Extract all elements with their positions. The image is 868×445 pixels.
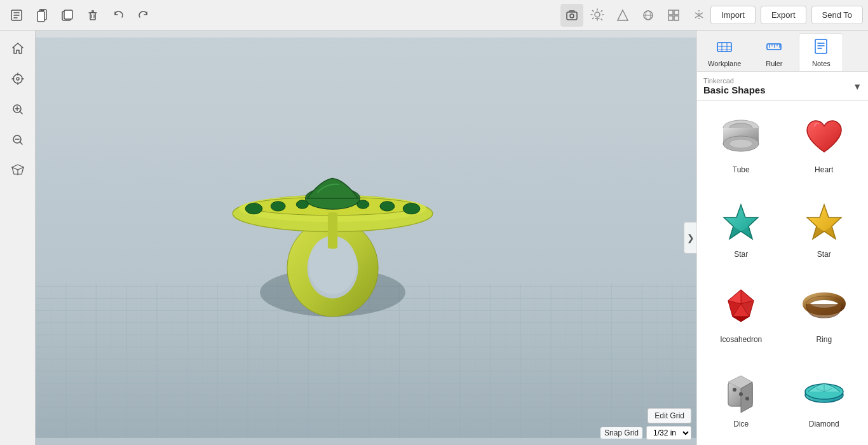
zoom-in-button[interactable] [5, 97, 31, 122]
svg-rect-2 [37, 11, 44, 22]
tab-workplane[interactable]: Workplane [700, 33, 749, 71]
svg-rect-96 [328, 212, 337, 249]
svg-rect-5 [90, 13, 95, 20]
shape-icosahedron[interactable]: Icosahedron [702, 276, 780, 355]
toolbar-left [5, 4, 560, 27]
right-panel: Workplane Ruler [696, 31, 868, 445]
svg-point-103 [357, 200, 369, 209]
clipboard-button[interactable] [31, 4, 53, 27]
shape-star-gold[interactable]: Star [785, 191, 864, 270]
shape-star-teal[interactable]: Star [702, 191, 780, 270]
star-gold-label: Star [817, 250, 831, 259]
solid-button[interactable] [637, 4, 660, 27]
svg-rect-12 [674, 10, 679, 15]
toolbar-center [560, 4, 710, 27]
perspective-button[interactable] [5, 158, 31, 183]
svg-point-101 [403, 203, 420, 214]
shape-button[interactable] [611, 4, 634, 27]
import-button[interactable]: Import [710, 6, 756, 24]
svg-rect-109 [767, 44, 781, 50]
star-teal-label: Star [734, 250, 748, 259]
icosahedron-label: Icosahedron [720, 335, 762, 344]
zoom-out-button[interactable] [5, 127, 31, 153]
svg-rect-11 [668, 10, 673, 15]
redo-button[interactable] [132, 4, 155, 27]
heart-label: Heart [815, 165, 833, 174]
svg-rect-6 [567, 12, 577, 20]
right-panel-tabs: Workplane Ruler [697, 31, 868, 72]
svg-point-7 [570, 14, 574, 18]
shape-grid: Tube Heart [697, 101, 868, 445]
svg-point-143 [733, 388, 736, 392]
camera-view-button[interactable] [560, 4, 583, 27]
svg-rect-4 [64, 10, 72, 19]
svg-point-8 [595, 12, 600, 17]
undo-button[interactable] [107, 4, 130, 27]
svg-point-15 [13, 74, 22, 83]
svg-point-102 [296, 200, 308, 209]
shape-heart[interactable]: Heart [785, 106, 864, 186]
viewport[interactable]: LEFT FRONT [36, 31, 696, 445]
svg-point-145 [745, 397, 749, 400]
delete-button[interactable] [81, 4, 104, 27]
home-view-button[interactable] [5, 36, 31, 61]
icosahedron-icon [715, 282, 766, 332]
tab-notes[interactable]: Notes [799, 33, 843, 71]
shape-dice[interactable]: Dice [702, 360, 780, 440]
library-name: Basic Shapes [703, 85, 853, 95]
tube-icon [715, 112, 766, 163]
svg-rect-14 [674, 16, 679, 20]
bottom-controls: Edit Grid Snap Grid 1/32 in 1/16 in 1/8 … [600, 408, 691, 440]
svg-point-16 [17, 78, 19, 80]
svg-point-99 [271, 202, 285, 211]
svg-point-144 [739, 392, 743, 396]
svg-marker-127 [807, 205, 841, 239]
mirror-button[interactable] [688, 4, 710, 27]
svg-rect-104 [717, 43, 731, 51]
snap-grid-row: Snap Grid 1/32 in 1/16 in 1/8 in 1/4 in … [600, 426, 691, 440]
snap-grid-select[interactable]: 1/32 in 1/16 in 1/8 in 1/4 in 1 in [646, 426, 691, 440]
dice-icon [715, 366, 766, 417]
new-design-button[interactable] [5, 4, 28, 27]
duplicate-button[interactable] [56, 4, 79, 27]
notes-tab-label: Notes [812, 60, 831, 67]
ruler-tab-label: Ruler [766, 60, 782, 67]
ring-icon [799, 282, 850, 332]
ruler-tab-icon [765, 38, 783, 58]
svg-marker-137 [733, 317, 749, 322]
svg-rect-115 [815, 39, 827, 53]
edit-grid-button[interactable]: Edit Grid [648, 408, 691, 423]
grid-button[interactable] [662, 4, 685, 27]
main-area: LEFT FRONT [0, 31, 868, 445]
library-category: Tinkercad [703, 77, 853, 85]
select-button[interactable] [5, 66, 31, 92]
library-dropdown-button[interactable]: ▼ [853, 81, 862, 92]
svg-point-100 [380, 202, 395, 211]
notes-tab-icon [812, 38, 830, 58]
diamond-icon [799, 366, 850, 417]
toolbar-right: Import Export Send To [710, 6, 863, 24]
top-toolbar: Import Export Send To [0, 0, 868, 31]
shape-diamond[interactable]: Diamond [785, 360, 864, 440]
svg-marker-124 [724, 205, 758, 239]
export-button[interactable]: Export [761, 6, 806, 24]
light-button[interactable] [586, 4, 609, 27]
collapse-panel-button[interactable]: ❯ [684, 222, 696, 254]
shape-library-header: Tinkercad Basic Shapes ▼ [697, 72, 868, 101]
workplane-tab-icon [715, 38, 733, 58]
shape-ring[interactable]: Ring [785, 276, 864, 355]
tab-ruler[interactable]: Ruler [752, 33, 796, 71]
svg-point-123 [729, 139, 752, 148]
ring-label: Ring [816, 335, 832, 344]
left-panel [0, 31, 36, 445]
shape-tube[interactable]: Tube [702, 106, 780, 186]
svg-point-98 [245, 203, 262, 214]
workplane-tab-label: Workplane [708, 60, 741, 67]
viewport-svg [36, 31, 696, 445]
tube-label: Tube [733, 165, 750, 174]
svg-rect-13 [668, 16, 673, 20]
dice-label: Dice [733, 420, 749, 428]
send-to-button[interactable]: Send To [811, 6, 863, 24]
heart-icon [799, 112, 850, 163]
star-teal-icon [715, 196, 766, 247]
